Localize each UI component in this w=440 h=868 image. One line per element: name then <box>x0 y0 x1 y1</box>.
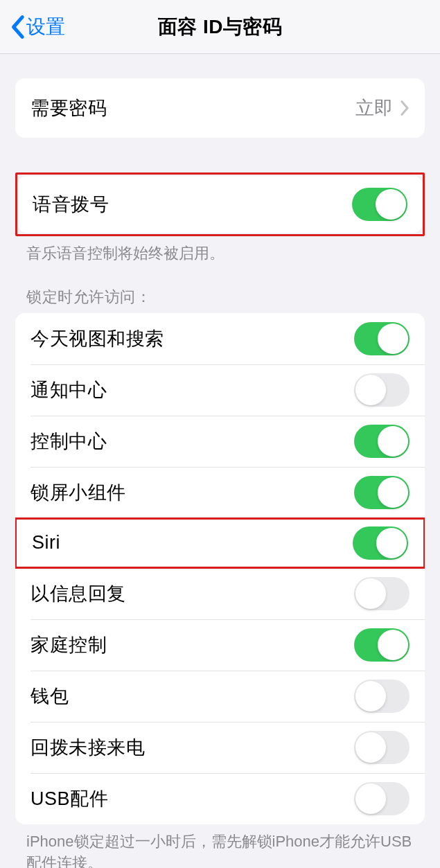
back-button[interactable]: 设置 <box>10 14 65 40</box>
settings-content: 需要密码 立即 语音拨号 音乐语音控制将始终被启用。 锁定时允许访问： 今天视图… <box>0 78 440 868</box>
lock-widgets-label: 锁屏小组件 <box>30 480 126 505</box>
toggle-knob <box>376 528 407 558</box>
home-control-row[interactable]: 家庭控制 <box>15 619 425 671</box>
today-view-toggle[interactable] <box>354 322 410 355</box>
toggle-knob <box>378 477 408 508</box>
voice-dial-row[interactable]: 语音拨号 <box>17 176 423 233</box>
wallet-row[interactable]: 钱包 <box>15 671 425 722</box>
usb-accessories-toggle[interactable] <box>354 782 410 815</box>
reply-message-row[interactable]: 以信息回复 <box>15 568 425 619</box>
toggle-knob <box>378 630 408 660</box>
reply-message-label: 以信息回复 <box>30 581 126 606</box>
voice-dial-group-highlighted: 语音拨号 <box>15 172 425 236</box>
siri-row-highlighted[interactable]: Siri <box>15 517 425 569</box>
reply-message-toggle[interactable] <box>354 577 410 610</box>
lock-widgets-row[interactable]: 锁屏小组件 <box>15 467 425 518</box>
toggle-knob <box>376 189 406 220</box>
home-control-label: 家庭控制 <box>30 632 107 657</box>
toggle-knob <box>355 578 386 609</box>
return-missed-calls-row[interactable]: 回拨未接来电 <box>15 722 425 773</box>
navigation-header: 设置 面容 ID与密码 <box>0 0 440 54</box>
toggle-knob <box>355 783 386 814</box>
chevron-right-icon <box>400 100 410 116</box>
today-view-label: 今天视图和搜索 <box>30 326 164 351</box>
today-view-row[interactable]: 今天视图和搜索 <box>15 313 425 364</box>
control-center-toggle[interactable] <box>354 425 410 458</box>
siri-label: Siri <box>32 532 60 553</box>
toggle-knob <box>355 681 386 711</box>
chevron-left-icon <box>10 15 25 39</box>
page-title: 面容 ID与密码 <box>158 14 283 40</box>
siri-toggle[interactable] <box>353 526 408 560</box>
require-passcode-label: 需要密码 <box>30 96 107 121</box>
return-missed-calls-label: 回拨未接来电 <box>30 735 145 760</box>
row-trailing: 立即 <box>355 96 410 121</box>
locked-access-header: 锁定时允许访问： <box>0 287 440 313</box>
voice-dial-toggle[interactable] <box>352 188 407 221</box>
toggle-knob <box>378 426 408 457</box>
control-center-row[interactable]: 控制中心 <box>15 416 425 467</box>
usb-accessories-row[interactable]: USB配件 <box>15 773 425 824</box>
notification-center-toggle[interactable] <box>354 373 410 407</box>
lock-widgets-toggle[interactable] <box>354 476 410 509</box>
control-center-label: 控制中心 <box>30 429 107 454</box>
wallet-toggle[interactable] <box>354 680 410 713</box>
back-label: 设置 <box>26 14 65 40</box>
return-missed-calls-toggle[interactable] <box>354 731 410 764</box>
toggle-knob <box>355 732 386 763</box>
wallet-label: 钱包 <box>30 684 69 709</box>
usb-footer: iPhone锁定超过一小时后，需先解锁iPhone才能允许USB配件连接。 <box>0 824 440 868</box>
require-passcode-row[interactable]: 需要密码 立即 <box>15 78 425 138</box>
toggle-knob <box>378 324 408 354</box>
notification-center-label: 通知中心 <box>30 378 107 402</box>
toggle-knob <box>355 375 386 405</box>
voice-dial-label: 语音拨号 <box>33 192 109 217</box>
notification-center-row[interactable]: 通知中心 <box>15 364 425 416</box>
home-control-toggle[interactable] <box>354 628 410 662</box>
require-passcode-value: 立即 <box>355 96 393 121</box>
usb-accessories-label: USB配件 <box>30 786 108 811</box>
require-passcode-group: 需要密码 立即 <box>15 78 425 138</box>
voice-dial-footer: 音乐语音控制将始终被启用。 <box>0 236 440 265</box>
locked-access-group: 今天视图和搜索 通知中心 控制中心 锁屏小组件 Siri 以信息回复 家庭控制 <box>15 313 425 824</box>
